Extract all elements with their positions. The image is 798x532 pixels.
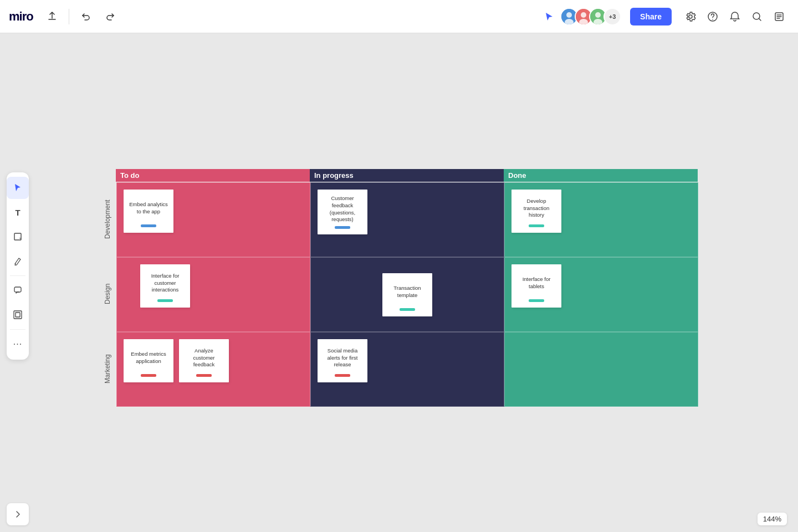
kanban-body: Development Design Marketing Embed analy… — [99, 182, 699, 407]
cell-design-todo: Interface for customer interactions — [116, 257, 310, 332]
sticky-social-media[interactable]: Social media alerts for first release — [318, 339, 367, 382]
cell-dev-done: Develop transaction history — [504, 182, 698, 257]
upload-icon — [47, 12, 57, 22]
svg-rect-16 — [16, 313, 20, 317]
comment-icon — [13, 286, 22, 295]
sticky-interface-customer[interactable]: Interface for customer interactions — [140, 264, 190, 308]
sticky-customer-feedback[interactable]: Customer feedback (questions, requests) — [318, 190, 367, 234]
sticky-transaction-template[interactable]: Transaction template — [382, 273, 432, 316]
sticky-tag — [335, 226, 350, 229]
redo-button[interactable] — [100, 7, 120, 27]
undo-button[interactable] — [76, 7, 96, 27]
avatar-count: +3 — [603, 8, 621, 25]
cell-marketing-inprogress: Social media alerts for first release — [310, 332, 504, 407]
sticky-embed-analytics[interactable]: Embed analytics to the app — [124, 190, 173, 233]
redo-icon — [105, 12, 115, 22]
sticky-tag — [529, 299, 544, 302]
row-label-development: Development — [99, 182, 116, 257]
cell-design-done: Interface for tablets — [504, 257, 698, 332]
notes-icon — [774, 11, 785, 22]
frame-tool-button[interactable] — [7, 304, 29, 326]
notifications-icon-button[interactable] — [725, 7, 745, 27]
sticky-tag — [196, 374, 212, 377]
more-tools-button[interactable]: ··· — [7, 333, 29, 355]
miro-logo: miro — [9, 9, 33, 24]
avatar-group: +3 — [560, 8, 621, 25]
zoom-level: 144% — [763, 515, 781, 523]
sticky-tag — [335, 374, 350, 377]
chevron-right-icon — [14, 510, 22, 518]
topbar-right-icons — [681, 7, 789, 27]
row-labels: Development Design Marketing — [99, 182, 116, 407]
kanban-wrapper: To do In progress Done Development Desig… — [99, 169, 699, 407]
cell-marketing-todo: Embed metrics application Analyze custom… — [116, 332, 310, 407]
cell-design-inprogress: Transaction template — [310, 257, 504, 332]
pen-icon — [13, 257, 22, 265]
search-icon — [751, 11, 763, 22]
text-tool-icon: T — [15, 208, 20, 217]
upload-button[interactable] — [42, 7, 62, 27]
svg-rect-13 — [14, 233, 21, 240]
cell-dev-inprogress: Customer feedback (questions, requests) — [310, 182, 504, 257]
sticky-tag — [529, 224, 544, 227]
help-icon — [707, 11, 718, 22]
settings-icon — [685, 11, 696, 22]
cursor-indicator — [544, 12, 554, 22]
kanban-grid: Embed analytics to the app Customer feed… — [116, 182, 699, 407]
divider — [69, 9, 69, 24]
svg-rect-15 — [14, 311, 22, 319]
cursor-icon — [544, 12, 554, 22]
tool-divider-2 — [10, 329, 25, 330]
sticky-develop-transaction[interactable]: Develop transaction history — [511, 190, 561, 233]
svg-point-7 — [595, 12, 601, 18]
svg-point-1 — [566, 12, 572, 18]
select-tool-button[interactable] — [7, 177, 29, 199]
svg-rect-14 — [14, 287, 21, 292]
sticky-tag — [141, 374, 156, 377]
column-header-done: Done — [504, 169, 698, 182]
text-tool-button[interactable]: T — [7, 201, 29, 223]
sticky-tool-button[interactable] — [7, 226, 29, 248]
column-header-inprogress: In progress — [310, 169, 504, 182]
topbar: miro — [0, 0, 798, 33]
tool-divider-1 — [10, 275, 25, 276]
bell-icon — [729, 11, 740, 22]
cell-dev-todo: Embed analytics to the app — [116, 182, 310, 257]
settings-icon-button[interactable] — [681, 7, 700, 27]
sticky-interface-tablets[interactable]: Interface for tablets — [511, 264, 561, 308]
left-toolbar: T ··· — [7, 172, 29, 360]
sticky-analyze-feedback[interactable]: Analyze customer feedback — [179, 339, 229, 382]
svg-point-10 — [712, 19, 713, 20]
cursor-select-icon — [13, 183, 22, 192]
sticky-tag — [157, 299, 173, 302]
sticky-tag — [400, 308, 415, 311]
notes-icon-button[interactable] — [769, 7, 789, 27]
comment-tool-button[interactable] — [7, 279, 29, 301]
column-headers: To do In progress Done — [116, 169, 699, 182]
search-icon-button[interactable] — [747, 7, 767, 27]
row-label-marketing: Marketing — [99, 331, 116, 406]
topbar-right: +3 Share — [544, 7, 789, 27]
share-button[interactable]: Share — [630, 8, 672, 25]
column-header-todo: To do — [116, 169, 310, 182]
zoom-indicator: 144% — [758, 513, 787, 525]
draw-tool-button[interactable] — [7, 250, 29, 272]
sticky-tag — [141, 224, 156, 227]
sticky-embed-metrics[interactable]: Embed metrics application — [124, 339, 173, 382]
sticky-note-icon — [13, 232, 22, 241]
canvas[interactable]: To do In progress Done Development Desig… — [0, 33, 798, 532]
more-icon: ··· — [13, 340, 22, 349]
cell-marketing-done — [504, 332, 698, 407]
row-label-design: Design — [99, 257, 116, 331]
help-icon-button[interactable] — [703, 7, 723, 27]
svg-point-4 — [581, 12, 586, 18]
expand-panel-button[interactable] — [7, 503, 29, 525]
frame-icon — [13, 310, 22, 319]
undo-icon — [81, 12, 91, 22]
